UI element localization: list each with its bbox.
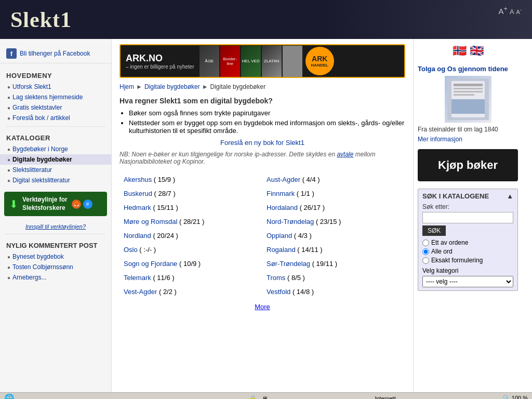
featured-more-link[interactable]: Mer informasjon (418, 136, 462, 143)
download-icon: ⬇ (9, 198, 18, 210)
sidebar-item-digitale[interactable]: ● Digitale bygdebøker (0, 154, 111, 165)
byneset-link[interactable]: Byneset bygdebok (12, 253, 64, 260)
arnebergs-link[interactable]: Arnebergs... (12, 274, 46, 281)
radio-alle-ord[interactable]: Alle ord (422, 248, 513, 255)
county-item: Sør-Trøndelag ( 19/11 ) (262, 257, 405, 271)
gratis-link[interactable]: Gratis slekts­tavler (12, 104, 62, 111)
sidebar-item-arnebergs[interactable]: ● Arnebergs... (0, 272, 111, 283)
county-link[interactable]: Telemark (124, 274, 151, 282)
county-link[interactable]: Sør-Trøndelag (267, 260, 310, 268)
bullet-icon: ● (7, 275, 10, 281)
sidebar-item-utforsk[interactable]: ● Utforsk Slekt1 (0, 82, 111, 92)
facebook-bar[interactable]: f Bli tilhenger på Facebook (0, 44, 111, 63)
county-link[interactable]: Oslo (124, 246, 138, 254)
county-link[interactable]: Oppland (267, 232, 292, 240)
sidebar-item-foresla[interactable]: ● Foreslå bok / artikkel (0, 113, 111, 123)
search-input[interactable] (422, 212, 513, 223)
statusbar: 🌐 🔒 🖥 Internett 🔍 100 % (0, 392, 532, 399)
county-link[interactable]: Hordaland (267, 204, 298, 211)
category-label: Velg kategori (422, 267, 513, 274)
font-normal[interactable]: A (510, 8, 514, 16)
county-link[interactable]: Akershus (124, 176, 152, 183)
buy-books-button[interactable]: Kjøp bøker (418, 149, 518, 181)
radio-ett-input[interactable] (422, 240, 429, 246)
county-link[interactable]: Buskerud (124, 190, 152, 197)
county-link[interactable]: Troms (267, 274, 285, 282)
sidebar-item-bygdeboker[interactable]: ● Bygdebøker i Norge (0, 144, 111, 154)
recently-commented-title: NYLIG KOMMENTERT POST (0, 237, 111, 251)
tosten-link[interactable]: Tosten Colbjørnssønn (12, 263, 73, 271)
county-item: Møre og Romsdal ( 28/21 ) (119, 215, 262, 229)
county-link[interactable]: Møre og Romsdal (124, 218, 177, 225)
utforsk-link[interactable]: Utforsk Slekt1 (12, 83, 51, 90)
bullet-icon: ● (7, 254, 10, 260)
header: Slekt1 A+ A A- (0, 0, 532, 39)
nb-link[interactable]: avtale (337, 151, 353, 158)
sidebar-item-gratis[interactable]: ● Gratis slekts­tavler (0, 102, 111, 113)
sidebar-item-digital-slekt[interactable]: ● Digital slektslitteratur (0, 175, 111, 185)
toolbar-banner[interactable]: ⬇ Verktøylinje for Slektsforskere 🦊 e (4, 192, 107, 216)
search-button[interactable]: SØK (422, 225, 446, 236)
flag-gb[interactable]: 🇬🇧 (470, 44, 484, 58)
sidebar-item-byneset[interactable]: ● Byneset bygdebok (0, 251, 111, 262)
category-select[interactable]: ---- velg ---- (422, 276, 513, 287)
foresla-link[interactable]: Foreslå bok / artikkel (12, 114, 70, 122)
ad-book-1: ÅGE (200, 46, 219, 77)
county-link[interactable]: Vest-Agder (124, 288, 157, 296)
county-link[interactable]: Sogn og Fjordane (124, 260, 177, 268)
breadcrumb-cat[interactable]: Digitale bygdebøker (144, 83, 200, 90)
county-link[interactable]: Aust-Agder (267, 176, 300, 183)
county-item: Hedmark ( 15/11 ) (119, 201, 262, 215)
toolbar-feedback-link[interactable]: Innspill til verktøylinjen? (25, 223, 86, 230)
county-item: Sogn og Fjordane ( 10/9 ) (119, 257, 262, 271)
county-link[interactable]: Finnmark (267, 190, 295, 197)
county-link[interactable]: Hedmark (124, 204, 151, 211)
main-menu-title: HOVEDMENY (0, 68, 111, 82)
more-section: More (119, 303, 405, 311)
font-decrease[interactable]: A- (516, 7, 522, 15)
breadcrumb-home[interactable]: Hjem (119, 83, 134, 90)
county-link[interactable]: Rogaland (267, 246, 296, 254)
intro-bullets: Bøker som også finnes som trykte papirut… (129, 109, 405, 135)
sidebar-item-lag[interactable]: ● Lag slektens hjemmeside (0, 92, 111, 102)
site-logo[interactable]: Slekt1 (10, 7, 72, 32)
featured-description: Fra steinalder til om lag 1840 (418, 126, 518, 133)
more-link[interactable]: More (255, 303, 270, 311)
slektslitteratur-link[interactable]: Slektslitteratur (12, 166, 52, 174)
featured-image (445, 76, 491, 123)
bullet-icon: ● (7, 95, 10, 100)
county-link[interactable]: Vestfold (267, 288, 290, 296)
svg-rect-2 (454, 84, 483, 86)
sidebar-item-tosten[interactable]: ● Tosten Colbjørnssønn (0, 262, 111, 272)
breadcrumb-sep1: ► (136, 83, 142, 90)
ad-book-5 (283, 46, 302, 77)
search-box-title: SØK I KATALOGENE ▲ (422, 192, 513, 200)
nb-note: NB: Noen e-bøker er kun tilgjengelige fo… (119, 151, 405, 165)
statusbar-computer-icon: 🖥 (262, 395, 268, 400)
search-box: SØK I KATALOGENE ▲ Søk etter: SØK Ett av… (418, 189, 518, 291)
county-link[interactable]: Nord-Trøndelag (267, 218, 314, 225)
radio-alle-input[interactable] (422, 248, 429, 255)
radio-eksakt-input[interactable] (422, 257, 429, 264)
radio-ett-label: Ett av ordene (431, 239, 468, 246)
search-collapse-icon[interactable]: ▲ (507, 192, 513, 200)
toolbar-banner-text: Verktøylinje for Slektsforskere (22, 196, 68, 212)
ad-book-4: ZLATAN (262, 46, 282, 77)
radio-eksakt[interactable]: Eksakt formulering (422, 257, 513, 264)
radio-ett-av-ordene[interactable]: Ett av ordene (422, 239, 513, 246)
propose-link[interactable]: Foreslå en ny bok for Slekt1 (119, 139, 405, 147)
facebook-link[interactable]: Bli tilhenger på Facebook (20, 50, 90, 57)
digital-slekt-link[interactable]: Digital slektslitteratur (12, 177, 70, 184)
bygdeboker-link[interactable]: Bygdebøker i Norge (12, 145, 68, 153)
county-item: Nordland ( 20/24 ) (119, 229, 262, 243)
lag-link[interactable]: Lag slektens hjemmeside (12, 94, 83, 101)
ad-banner[interactable]: ARK.NO – ingen er billigere på nyheter Å… (119, 44, 405, 78)
featured-title[interactable]: Tolga og Os gjennom tidene (418, 65, 518, 73)
sidebar-item-slektslitteratur[interactable]: ● Slektslitteratur (0, 165, 111, 175)
county-item: Vestfold ( 14/8 ) (262, 285, 405, 299)
county-link[interactable]: Nordland (124, 232, 151, 240)
font-increase[interactable]: A+ (499, 5, 508, 16)
flag-no[interactable]: 🇳🇴 (453, 44, 467, 58)
digitale-link[interactable]: Digitale bygdebøker (12, 156, 72, 163)
bullet-icon: ● (7, 115, 10, 121)
